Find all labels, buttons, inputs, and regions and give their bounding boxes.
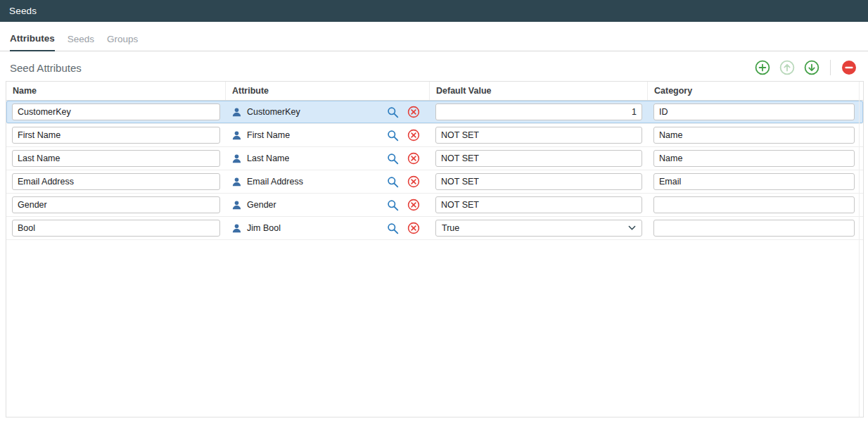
clear-attribute-icon[interactable] <box>407 152 420 165</box>
tab-bar: Attributes Seeds Groups <box>0 22 868 51</box>
person-icon <box>231 177 242 187</box>
search-icon[interactable] <box>387 199 399 211</box>
default-value-input[interactable] <box>435 103 642 120</box>
table-row[interactable]: Jim Bool True <box>6 217 863 240</box>
tab-attributes[interactable]: Attributes <box>10 33 55 51</box>
name-input[interactable] <box>12 127 220 144</box>
category-input[interactable] <box>653 150 855 167</box>
attribute-label: Last Name <box>247 153 289 163</box>
section-header: Seed Attributes <box>0 51 868 81</box>
default-value-input[interactable] <box>435 196 642 213</box>
person-icon <box>231 130 242 141</box>
chevron-down-icon <box>628 225 636 231</box>
attribute-label: Gender <box>247 200 276 210</box>
arrow-down-circle-icon <box>804 60 819 75</box>
category-input[interactable] <box>653 220 855 237</box>
table-row[interactable]: Last Name <box>6 147 863 170</box>
page-title: Seeds <box>9 6 37 16</box>
table-row[interactable]: Gender <box>6 194 863 217</box>
table-row[interactable]: CustomerKey <box>6 101 863 124</box>
seed-attributes-table: Name Attribute Default Value Category Cu… <box>6 81 864 417</box>
search-icon[interactable] <box>387 130 399 142</box>
remove-row-button[interactable] <box>841 60 857 75</box>
default-value-input[interactable] <box>435 173 642 190</box>
table-toolbar <box>755 60 858 75</box>
clear-attribute-icon[interactable] <box>407 106 420 118</box>
section-title: Seed Attributes <box>10 62 82 74</box>
arrow-up-circle-icon <box>779 60 795 75</box>
search-icon[interactable] <box>387 176 399 188</box>
tab-seeds[interactable]: Seeds <box>68 34 94 51</box>
attribute-label: Jim Bool <box>247 223 281 233</box>
category-input[interactable] <box>653 173 855 190</box>
add-row-button[interactable] <box>755 60 770 75</box>
name-input[interactable] <box>12 196 220 213</box>
search-icon[interactable] <box>387 106 399 118</box>
person-icon <box>231 223 242 234</box>
default-value-input[interactable] <box>435 127 642 144</box>
toolbar-separator <box>830 60 831 75</box>
category-input[interactable] <box>653 127 855 144</box>
person-icon <box>231 153 242 164</box>
minus-circle-icon <box>841 60 857 75</box>
move-up-button[interactable] <box>779 60 795 75</box>
search-icon[interactable] <box>387 222 399 234</box>
plus-circle-icon <box>755 60 770 75</box>
move-down-button[interactable] <box>804 60 819 75</box>
clear-attribute-icon[interactable] <box>407 129 420 142</box>
select-value: True <box>442 223 459 233</box>
column-header-default-value: Default Value <box>430 82 648 100</box>
clear-attribute-icon[interactable] <box>407 222 420 234</box>
name-input[interactable] <box>12 173 220 190</box>
name-input[interactable] <box>12 103 220 120</box>
window-title-bar: Seeds <box>0 0 868 22</box>
name-input[interactable] <box>12 150 220 167</box>
column-header-category: Category <box>648 82 863 100</box>
attribute-label: First Name <box>247 130 290 140</box>
column-header-name: Name <box>6 82 226 100</box>
table-row[interactable]: First Name <box>6 124 863 147</box>
default-value-input[interactable] <box>435 150 642 167</box>
clear-attribute-icon[interactable] <box>407 199 420 211</box>
scrollbar-gutter <box>859 82 860 417</box>
table-row[interactable]: Email Address <box>6 170 863 194</box>
category-input[interactable] <box>653 103 855 120</box>
column-header-attribute: Attribute <box>226 82 430 100</box>
tab-groups[interactable]: Groups <box>107 34 138 51</box>
default-value-select[interactable]: True <box>435 220 642 237</box>
search-icon[interactable] <box>387 153 399 165</box>
table-header-row: Name Attribute Default Value Category <box>6 82 863 101</box>
clear-attribute-icon[interactable] <box>407 175 420 188</box>
name-input[interactable] <box>12 220 220 237</box>
person-icon <box>231 200 242 210</box>
attribute-label: CustomerKey <box>247 107 300 117</box>
attribute-label: Email Address <box>247 177 303 187</box>
person-icon <box>231 107 242 118</box>
category-input[interactable] <box>653 196 855 213</box>
